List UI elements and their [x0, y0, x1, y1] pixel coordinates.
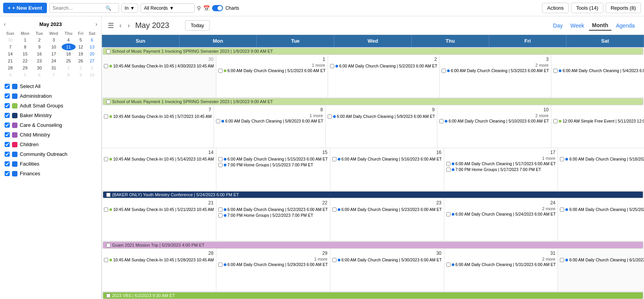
mini-cal-day[interactable]: 26	[76, 57, 86, 64]
category-item[interactable]: Select All	[3, 81, 98, 91]
mini-cal-day[interactable]: 24	[46, 57, 61, 64]
day-number[interactable]: 14	[207, 149, 215, 156]
category-item[interactable]: Baker Ministry	[3, 111, 98, 120]
event-bar[interactable]: 6:00 AM Daily Church Cleaning | 5/25/202…	[559, 207, 644, 212]
spanning-event-2[interactable]: 2023 VBS | 6/2/2023 9:30 AM ET	[103, 292, 643, 299]
mini-cal-day[interactable]: 5	[17, 71, 33, 78]
day-number[interactable]: 29	[321, 250, 329, 257]
event-bar[interactable]: 12:00 AM Simple Free Event | 5/11/2023 1…	[552, 118, 644, 124]
event-bar[interactable]: 10:45 AM Sunday Check-In 10:45 | 5/7/202…	[103, 114, 213, 119]
mini-cal-day[interactable]: 7	[3, 43, 17, 50]
mini-cal-day[interactable]: 14	[3, 50, 17, 57]
more-events-link[interactable]: 2 more	[445, 206, 557, 211]
category-item[interactable]: Care & Counseling	[3, 120, 98, 130]
calendar-icon-button[interactable]: 📅	[203, 5, 210, 11]
mini-cal-day[interactable]: 2	[33, 36, 46, 43]
search-input[interactable]	[53, 5, 103, 11]
event-bar[interactable]: 6:00 AM Daily Church Cleaning | 6/1/2023…	[559, 257, 644, 263]
tab-day[interactable]: Day	[550, 21, 566, 31]
event-bar[interactable]: 6:00 AM Daily Church Cleaning | 5/1/2023…	[217, 68, 327, 73]
actions-button[interactable]: Actions	[542, 3, 569, 13]
mini-cal-day[interactable]: 20	[86, 50, 98, 57]
mini-cal-day[interactable]: 3	[86, 64, 98, 71]
mini-cal-day[interactable]: 7	[46, 71, 61, 78]
in-filter[interactable]: In ▼	[121, 3, 138, 13]
spanning-event[interactable]: School of Music Payment 1 Invoicing SPRI…	[103, 48, 643, 55]
category-checkbox[interactable]	[5, 93, 10, 99]
day-number[interactable]: 16	[435, 149, 443, 156]
more-events-link[interactable]: 1 more	[217, 63, 327, 67]
day-number[interactable]: 22	[321, 199, 329, 206]
spanning-event[interactable]: School of Music Payment 1 Invoicing SPRI…	[103, 98, 643, 105]
day-number[interactable]: 1	[321, 56, 327, 63]
mini-cal-day[interactable]: 30	[33, 64, 46, 71]
event-bar[interactable]: 7:00 PM Home Groups | 5/22/2023 7:00 PM …	[217, 213, 329, 218]
new-event-button[interactable]: + + New Event	[3, 3, 47, 13]
mini-cal-day[interactable]: 19	[76, 50, 86, 57]
day-number[interactable]: 9	[430, 106, 436, 113]
mini-cal-day[interactable]: 21	[3, 57, 17, 64]
mini-cal-day[interactable]: 28	[3, 64, 17, 71]
category-item[interactable]: Facilities	[3, 159, 98, 169]
event-bar[interactable]: 10:45 AM Sunday Check-In 10:45 | 5/14/20…	[103, 156, 215, 162]
event-bar[interactable]: 6:00 AM Daily Church Cleaning | 5/29/202…	[217, 262, 329, 267]
mini-cal-next[interactable]: ›	[95, 21, 97, 27]
more-events-link[interactable]: 1 more	[552, 63, 644, 67]
mini-cal-day[interactable]: 23	[33, 57, 46, 64]
today-button[interactable]: Today	[185, 20, 210, 31]
mini-cal-day[interactable]: 10	[46, 43, 61, 50]
all-records-dropdown[interactable]: All Records ▼	[140, 3, 195, 13]
spanning-event[interactable]: Guam 2021 Mission Trip | 5/29/2023 4:00 …	[103, 242, 643, 249]
mini-cal-day[interactable]: 5	[76, 36, 86, 43]
more-events-link[interactable]: 1 more	[445, 156, 557, 161]
mini-cal-day[interactable]: 15	[17, 50, 33, 57]
day-number[interactable]: 30	[435, 250, 443, 257]
event-bar[interactable]: 7:00 PM Home Groups | 5/15/2023 7:00 PM …	[217, 162, 329, 168]
category-item[interactable]: Finances	[3, 169, 98, 178]
mini-cal-day[interactable]: 29	[17, 64, 33, 71]
day-number[interactable]: 28	[207, 250, 215, 257]
mini-cal-day[interactable]: 10	[86, 71, 98, 78]
mini-cal-day[interactable]: 1	[62, 64, 76, 71]
charts-toggle-switch[interactable]	[212, 5, 223, 11]
event-bar[interactable]: 6:00 AM Daily Church Cleaning | 5/2/2023…	[329, 63, 439, 69]
category-checkbox[interactable]	[5, 132, 10, 137]
day-number[interactable]: 15	[321, 149, 329, 156]
event-bar[interactable]: 6:00 AM Daily Church Cleaning | 5/10/202…	[438, 118, 550, 124]
day-number[interactable]: 30	[207, 56, 215, 63]
mini-cal-day[interactable]: 8	[17, 43, 33, 50]
mini-cal-day[interactable]: 1	[17, 36, 33, 43]
day-number[interactable]: 21	[207, 199, 215, 206]
day-number[interactable]: 24	[549, 199, 557, 206]
mini-cal-day[interactable]: 27	[86, 57, 98, 64]
mini-cal-day[interactable]: 4	[62, 36, 76, 43]
hamburger-menu[interactable]: ☰	[108, 21, 114, 30]
prev-month-button[interactable]: ‹	[117, 21, 124, 30]
day-number[interactable]: 3	[544, 56, 550, 63]
event-bar[interactable]: 6:00 AM Daily Church Cleaning | 5/30/202…	[331, 257, 443, 263]
day-number[interactable]: 2	[433, 56, 439, 63]
mini-cal-day[interactable]: 8	[62, 71, 76, 78]
event-bar[interactable]: 7:00 PM Home Groups | 5/17/2023 7:00 PM …	[445, 167, 557, 172]
day-number[interactable]: 23	[435, 199, 443, 206]
more-events-link[interactable]: 2 more	[445, 257, 557, 261]
mini-cal-day[interactable]: 9	[33, 43, 46, 50]
mini-cal-day[interactable]: 6	[86, 36, 98, 43]
more-events-link[interactable]: 1 more	[217, 257, 329, 261]
event-bar[interactable]: 6:00 AM Daily Church Cleaning | 5/8/2023…	[215, 118, 325, 124]
category-checkbox[interactable]	[5, 142, 10, 147]
more-events-link[interactable]: 2 more	[440, 63, 550, 67]
mini-cal-day[interactable]: 6	[33, 71, 46, 78]
category-item[interactable]: Children	[3, 140, 98, 149]
category-item[interactable]: Community Outreach	[3, 149, 98, 159]
mini-cal-day[interactable]: 22	[17, 57, 33, 64]
tab-agenda[interactable]: Agenda	[613, 21, 638, 31]
category-item[interactable]: Administration	[3, 91, 98, 101]
tab-month[interactable]: Month	[589, 21, 611, 31]
mini-cal-day[interactable]: 25	[62, 57, 76, 64]
tab-week[interactable]: Week	[567, 21, 587, 31]
mini-cal-day[interactable]: 16	[33, 50, 46, 57]
mini-cal-day[interactable]: 4	[3, 71, 17, 78]
day-number[interactable]: 10	[542, 106, 550, 113]
mini-cal-day[interactable]: 9	[76, 71, 86, 78]
